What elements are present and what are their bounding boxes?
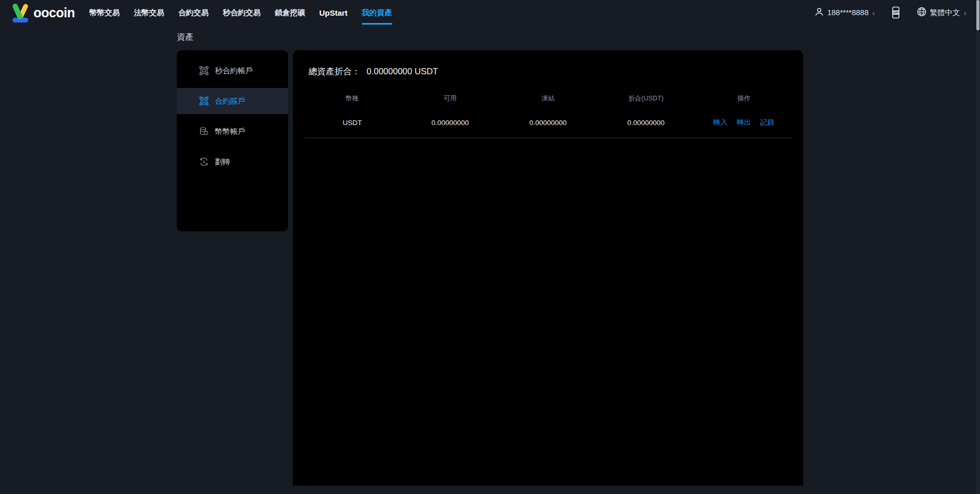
language-label: 繁體中文 (930, 8, 960, 18)
nav-item-lockup-mining[interactable]: 鎖倉挖礦 (275, 0, 305, 25)
assets-table-header-row: 幣種 可用 凍結 折合(USDT) 操作 (303, 91, 793, 110)
header-actions: 操作 (695, 91, 793, 110)
total-assets-line: 總資產折合： 0.00000000 USDT (309, 66, 793, 77)
user-phone: 188****8888 (827, 8, 869, 17)
nav-item-upstart[interactable]: UpStart (319, 0, 347, 25)
svg-text:APP: APP (893, 11, 899, 14)
sidebar-item-label: 合約賬戶 (215, 96, 245, 106)
user-account-menu[interactable]: 188****8888 ‹ (814, 7, 875, 19)
page-scrollbar-thumb[interactable] (976, 0, 979, 30)
header-frozen: 凍結 (499, 91, 597, 110)
nav-item-my-assets[interactable]: 我的資產 (362, 0, 392, 25)
sidebar-item-label: 秒合約帳戶 (215, 66, 253, 76)
seconds-contract-account-icon (199, 66, 209, 75)
nav-item-contract-trade[interactable]: 合約交易 (178, 0, 209, 25)
navbar-right: 188****8888 ‹ APP 繁體中文 ‹ (814, 6, 966, 19)
sidebar-item-transfer[interactable]: ¥ 劃轉 (177, 149, 288, 175)
logo-v-icon (9, 2, 32, 23)
transfer-in-link[interactable]: 轉入 (713, 118, 727, 126)
page-title: 資產 (177, 32, 803, 43)
table-row-usdt: USDT 0.00000000 0.00000000 0.00000000 轉入… (303, 110, 793, 138)
nav-item-seconds-contract-trade[interactable]: 秒合約交易 (223, 0, 261, 25)
top-navbar: oocoin 幣幣交易 法幣交易 合約交易 秒合約交易 鎖倉挖礦 UpStart… (0, 0, 980, 25)
cell-currency: USDT (303, 110, 401, 138)
sidebar-item-spot-account[interactable]: 幣幣帳戶 (177, 118, 288, 144)
main-nav: 幣幣交易 法幣交易 合約交易 秒合約交易 鎖倉挖礦 UpStart 我的資產 (89, 0, 406, 25)
nav-item-fiat-trade[interactable]: 法幣交易 (134, 0, 164, 25)
user-icon (814, 7, 827, 19)
user-chevron-icon: ‹ (872, 9, 875, 17)
sidebar-item-seconds-contract-account[interactable]: 秒合約帳戶 (177, 58, 288, 84)
records-link[interactable]: 記錄 (760, 118, 774, 126)
svg-text:¥: ¥ (203, 160, 206, 164)
globe-icon (917, 7, 930, 19)
nav-item-spot-trade[interactable]: 幣幣交易 (89, 0, 120, 25)
cell-available: 0.00000000 (401, 110, 499, 138)
assets-page: 資產 秒合約帳戶 (177, 32, 803, 486)
cell-usdt-equivalent: 0.00000000 (597, 110, 695, 138)
page-scrollbar-track[interactable] (976, 0, 980, 494)
language-selector[interactable]: 繁體中文 ‹ (917, 7, 966, 19)
total-assets-value: 0.00000000 USDT (367, 66, 438, 76)
assets-panel: 總資產折合： 0.00000000 USDT 幣種 可用 凍結 折合(USDT)… (293, 50, 803, 486)
header-usdt-equivalent: 折合(USDT) (597, 91, 695, 110)
language-chevron-icon: ‹ (964, 9, 966, 17)
header-available: 可用 (401, 91, 499, 110)
cell-frozen: 0.00000000 (499, 110, 597, 138)
assets-table: 幣種 可用 凍結 折合(USDT) 操作 USDT 0.00000000 0.0… (303, 91, 793, 138)
sidebar-item-label: 劃轉 (215, 157, 230, 167)
contract-account-icon (199, 96, 209, 106)
account-sidebar: 秒合約帳戶 合約賬戶 (177, 50, 288, 231)
header-currency: 幣種 (303, 91, 401, 110)
total-assets-label: 總資產折合： (309, 66, 360, 77)
spot-account-icon (199, 127, 209, 136)
cell-actions: 轉入 轉出 記錄 (695, 110, 793, 138)
brand-name: oocoin (33, 5, 75, 20)
app-download-button[interactable]: APP (891, 6, 901, 19)
sidebar-item-contract-account[interactable]: 合約賬戶 (177, 88, 288, 114)
transfer-icon: ¥ (199, 157, 209, 166)
transfer-out-link[interactable]: 轉出 (737, 118, 751, 126)
sidebar-item-label: 幣幣帳戶 (215, 127, 245, 137)
brand-logo[interactable]: oocoin (9, 2, 75, 23)
